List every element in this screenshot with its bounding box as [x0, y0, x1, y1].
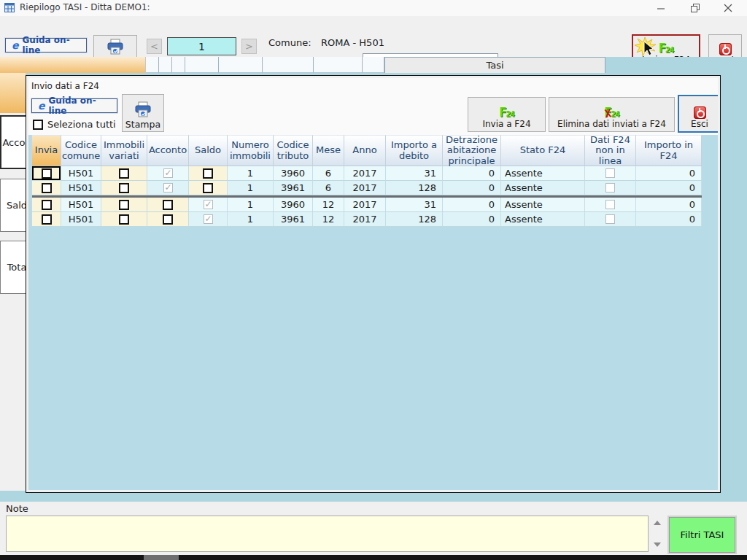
stato-f24-cell: Assente — [501, 181, 585, 195]
header-numero-immobili[interactable]: Numero immobili — [228, 135, 274, 166]
codice-comune-cell[interactable]: H501 — [61, 198, 101, 212]
header-invia[interactable]: Invia — [32, 135, 61, 166]
filtri-tasi-label: Filtri TASI — [681, 529, 724, 540]
invia-checkbox[interactable] — [42, 200, 52, 210]
header-immobili-variati[interactable]: Immobili variati — [101, 135, 147, 166]
elimina-dati-inviati-button[interactable]: F24X Elimina dati inviati a F24 — [549, 97, 675, 132]
dati-f24-checkbox — [605, 168, 615, 178]
restore-icon[interactable] — [683, 0, 708, 16]
codice-comune-cell[interactable]: H501 — [61, 166, 101, 181]
ie-icon: e — [12, 40, 19, 50]
acconto-cell[interactable] — [147, 198, 189, 212]
dialog-esci-button[interactable]: Esci — [678, 95, 718, 133]
header-acconto[interactable]: Acconto — [147, 135, 189, 166]
note-panel: Note Filtri TASI — [0, 502, 747, 555]
acconto-checkbox[interactable] — [163, 200, 173, 210]
invia-checkbox[interactable] — [42, 183, 52, 193]
row-header-acconto: Accon — [0, 115, 26, 169]
immobili-variati-checkbox[interactable] — [119, 183, 129, 193]
invia-cell[interactable] — [32, 212, 61, 227]
saldo-checkbox[interactable] — [203, 183, 213, 193]
codice-comune-cell[interactable]: H501 — [61, 212, 101, 227]
prev-page-button[interactable]: < — [147, 39, 162, 54]
dati-f24-checkbox — [605, 214, 615, 224]
detrazione-cell: 0 — [443, 212, 501, 227]
minimize-icon[interactable] — [649, 0, 673, 16]
stato-f24-cell: Assente — [501, 166, 585, 181]
row-header-saldo: Sald — [0, 179, 26, 232]
seleziona-tutti-checkbox[interactable]: Seleziona tutti — [33, 119, 116, 130]
invio-dati-f24-dialog: Invio dati a F24 e Guida on-line Stampa … — [26, 75, 721, 493]
invia-checkbox[interactable] — [42, 214, 52, 225]
header-detrazione[interactable]: Detrazione abitazione principale — [443, 135, 501, 166]
header-importo-a-debito[interactable]: Importo a debito — [386, 135, 443, 166]
dati-f24-checkbox — [605, 200, 615, 209]
f24-icon: F24 — [659, 42, 674, 55]
note-textarea[interactable] — [6, 516, 649, 552]
scroll-up-icon[interactable] — [654, 521, 661, 525]
page-number-value: 1 — [198, 41, 205, 52]
immobili-variati-cell[interactable] — [101, 212, 147, 227]
header-mese[interactable]: Mese — [313, 135, 344, 166]
anno-cell: 2017 — [344, 166, 386, 181]
importo-a-debito-cell: 31 — [386, 198, 443, 212]
invia-cell[interactable] — [32, 181, 61, 195]
dati-f24-cell — [585, 166, 636, 181]
importo-in-f24-cell: 0 — [636, 181, 702, 195]
saldo-cell — [189, 198, 228, 212]
dialog-invia-a-f24-button[interactable]: F24 Invia a F24 — [468, 97, 546, 132]
header-importo-in-f24[interactable]: Importo in F24 — [636, 135, 702, 166]
detrazione-cell: 0 — [443, 181, 501, 195]
dialog-stampa-button[interactable]: Stampa — [122, 94, 164, 132]
header-stato-f24[interactable]: Stato F24 — [501, 135, 585, 166]
immobili-variati-cell[interactable] — [101, 181, 147, 195]
codice-comune-cell[interactable]: H501 — [61, 181, 101, 195]
invia-checkbox[interactable] — [42, 168, 52, 179]
dati-f24-cell — [585, 181, 636, 195]
dialog-esci-label: Esci — [691, 119, 708, 129]
table-header-row: Invia Codice comune Immobili variati Acc… — [32, 135, 702, 166]
filtri-tasi-button[interactable]: Filtri TASI — [669, 517, 735, 553]
immobili-variati-cell[interactable] — [101, 198, 147, 212]
page-number-field[interactable]: 1 — [167, 37, 236, 55]
app-icon — [4, 3, 15, 15]
immobili-variati-checkbox[interactable] — [119, 200, 129, 210]
numero-immobili-cell: 1 — [228, 198, 274, 212]
header-dati-f24-non-in-linea[interactable]: Dati F24 non in linea — [585, 135, 636, 166]
table-row: H501 1 3961 12 2017 128 0 Assente 0 — [32, 212, 702, 227]
header-codice-comune[interactable]: Codice comune — [61, 135, 101, 166]
mese-cell: 12 — [313, 212, 344, 227]
row-header-totale: Tota — [0, 241, 26, 294]
titlebar: Riepilogo TASI - Ditta DEMO1: — [0, 0, 747, 16]
guida-online-button[interactable]: e Guida on-line — [5, 38, 87, 52]
dialog-guida-online-button[interactable]: e Guida on-line — [31, 98, 117, 113]
numero-immobili-cell: 1 — [228, 212, 274, 227]
codice-tributo-cell: 3960 — [274, 198, 313, 212]
scroll-down-icon[interactable] — [654, 542, 661, 547]
detrazione-cell: 0 — [443, 198, 501, 212]
immobili-variati-cell[interactable] — [101, 166, 147, 181]
prev-label: < — [150, 41, 158, 52]
invia-cell[interactable] — [32, 198, 61, 212]
immobili-variati-checkbox[interactable] — [119, 214, 129, 225]
header-codice-tributo[interactable]: Codice tributo — [274, 135, 313, 166]
f24-delete-icon: F24X — [604, 106, 619, 119]
next-page-button[interactable]: > — [241, 39, 257, 54]
acconto-cell[interactable] — [147, 212, 189, 227]
detrazione-cell: 0 — [443, 166, 501, 181]
acconto-checkbox[interactable] — [163, 214, 173, 225]
saldo-cell[interactable] — [189, 181, 228, 195]
close-icon[interactable] — [716, 0, 740, 16]
immobili-variati-checkbox[interactable] — [119, 168, 129, 179]
comune-label: Comune: — [268, 37, 311, 48]
saldo-cell[interactable] — [189, 166, 228, 181]
header-anno[interactable]: Anno — [344, 135, 386, 166]
guida-online-label: Guida on-line — [23, 35, 81, 55]
importo-a-debito-cell: 128 — [386, 212, 443, 227]
tab-tasi[interactable]: Tasi — [384, 57, 605, 73]
saldo-checkbox[interactable] — [203, 168, 213, 179]
header-saldo[interactable]: Saldo — [189, 135, 228, 166]
checkbox-icon[interactable] — [33, 120, 43, 130]
comune-value: ROMA - H501 — [321, 37, 384, 48]
invia-cell[interactable] — [32, 166, 61, 181]
